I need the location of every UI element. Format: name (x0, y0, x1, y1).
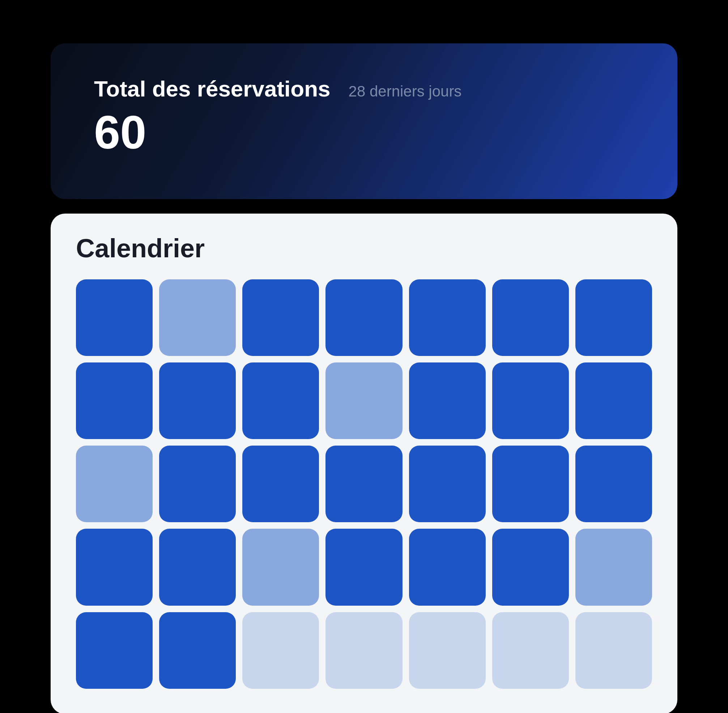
calendar-day-cell[interactable] (492, 446, 569, 522)
calendar-day-cell[interactable] (326, 529, 402, 605)
calendar-day-cell[interactable] (242, 529, 319, 605)
calendar-day-cell[interactable] (492, 362, 569, 439)
calendar-day-cell[interactable] (492, 612, 569, 689)
calendar-day-cell[interactable] (159, 279, 236, 356)
calendar-grid (76, 279, 652, 689)
calendar-day-cell[interactable] (159, 446, 236, 522)
calendar-day-cell[interactable] (409, 529, 486, 605)
calendar-day-cell[interactable] (242, 279, 319, 356)
calendar-day-cell[interactable] (159, 612, 236, 689)
calendar-day-cell[interactable] (576, 446, 652, 522)
stat-title: Total des réservations (94, 76, 330, 101)
calendar-day-cell[interactable] (409, 279, 486, 356)
calendar-day-cell[interactable] (76, 279, 152, 356)
calendar-day-cell[interactable] (326, 279, 402, 356)
calendar-card: Calendrier (51, 213, 677, 713)
calendar-day-cell[interactable] (242, 446, 319, 522)
calendar-day-cell[interactable] (409, 612, 486, 689)
calendar-day-cell[interactable] (409, 362, 486, 439)
calendar-day-cell[interactable] (326, 612, 402, 689)
calendar-day-cell[interactable] (76, 612, 152, 689)
calendar-day-cell[interactable] (492, 529, 569, 605)
calendar-day-cell[interactable] (576, 279, 652, 356)
stat-header: Total des réservations 28 derniers jours (94, 76, 634, 101)
calendar-day-cell[interactable] (576, 612, 652, 689)
calendar-day-cell[interactable] (409, 446, 486, 522)
calendar-day-cell[interactable] (76, 446, 152, 522)
calendar-day-cell[interactable] (492, 279, 569, 356)
calendar-day-cell[interactable] (159, 362, 236, 439)
calendar-day-cell[interactable] (576, 362, 652, 439)
calendar-day-cell[interactable] (159, 529, 236, 605)
calendar-day-cell[interactable] (76, 362, 152, 439)
calendar-day-cell[interactable] (326, 446, 402, 522)
calendar-day-cell[interactable] (576, 529, 652, 605)
stat-subtitle: 28 derniers jours (348, 83, 462, 100)
calendar-day-cell[interactable] (242, 612, 319, 689)
calendar-day-cell[interactable] (326, 362, 402, 439)
calendar-day-cell[interactable] (76, 529, 152, 605)
calendar-day-cell[interactable] (242, 362, 319, 439)
stat-value: 60 (94, 109, 634, 156)
stat-card: Total des réservations 28 derniers jours… (51, 43, 677, 199)
calendar-title: Calendrier (76, 233, 652, 263)
